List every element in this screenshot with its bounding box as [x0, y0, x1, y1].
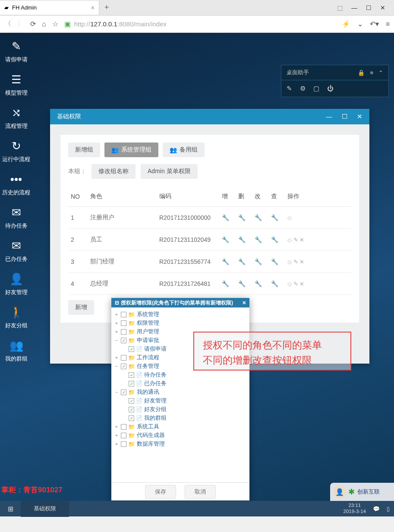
tree-checkbox[interactable] [121, 390, 126, 395]
home-icon[interactable]: ⌂ [42, 20, 46, 28]
wrench-icon[interactable]: 🔧 [238, 214, 246, 221]
new-tab-button[interactable]: + [99, 3, 114, 12]
wrench-icon[interactable]: 🔧 [238, 280, 246, 287]
taskbar-item[interactable]: 基础权限 [21, 500, 69, 517]
expand-icon[interactable]: + [114, 312, 119, 317]
row-ops[interactable]: ◇ ✎ ✕ [287, 281, 349, 287]
wrench-icon[interactable]: 🔧 [271, 214, 278, 221]
tree-checkbox[interactable] [121, 312, 126, 317]
pin-icon[interactable]: ⬚ [337, 4, 343, 11]
favorite-icon[interactable]: ☆ [52, 20, 58, 28]
tree-checkbox[interactable] [121, 441, 126, 447]
expand-icon[interactable]: − [114, 338, 119, 343]
tree-checkbox[interactable] [121, 320, 126, 326]
helper-power-icon[interactable]: ⏻ [327, 85, 334, 92]
undo-icon[interactable]: ↶▾ [370, 20, 379, 28]
show-desktop-icon[interactable]: ▯ [387, 506, 390, 512]
wrench-icon[interactable]: 🔧 [222, 258, 229, 265]
row-ops[interactable]: ◇ [287, 215, 349, 221]
browser-tab[interactable]: ▰ FH Admin × [0, 1, 99, 15]
expand-icon[interactable]: + [114, 433, 119, 438]
window-close-icon[interactable]: ✕ [357, 113, 362, 120]
tree-checkbox[interactable] [121, 364, 126, 369]
modal-close-icon[interactable]: × [243, 299, 246, 306]
chat-icon[interactable]: 💬 [373, 506, 380, 512]
tree-checkbox[interactable] [129, 346, 134, 352]
tree-checkbox[interactable] [129, 372, 134, 378]
minimize-icon[interactable]: — [351, 4, 357, 11]
tree-checkbox[interactable] [121, 424, 126, 430]
wrench-icon[interactable]: 🔧 [255, 214, 262, 221]
close-window-icon[interactable]: ✕ [380, 4, 385, 11]
expand-icon[interactable]: − [114, 364, 119, 369]
sidebar-item-history[interactable]: •••历史的流程 [0, 173, 32, 196]
tree-checkbox[interactable] [129, 398, 134, 404]
expand-icon[interactable]: + [114, 329, 119, 334]
tree-node[interactable]: − 📁 我的通讯 [114, 388, 247, 396]
backup-tab[interactable]: 👥备用组 [163, 142, 205, 157]
chevron-up-icon[interactable]: ⌃ [378, 70, 383, 76]
helper-square-icon[interactable]: ▢ [313, 85, 319, 92]
admin-menu-button[interactable]: Admin 菜单权限 [141, 164, 198, 179]
maximize-icon[interactable]: ☐ [366, 4, 372, 11]
expand-icon[interactable] [122, 407, 127, 412]
chevron-down-icon[interactable]: ⌄ [357, 20, 363, 28]
forward-icon[interactable]: 〉 [17, 19, 24, 28]
helper-edit-icon[interactable]: ✎ [287, 85, 292, 92]
speed-icon[interactable]: ⚡ [342, 20, 350, 28]
window-minimize-icon[interactable]: — [326, 113, 332, 120]
window-titlebar[interactable]: 基础权限 — ☐ ✕ [50, 109, 369, 124]
modal-titlebar[interactable]: ⊟ 授权新增权限(此角色下打勾的菜单拥有新增权限) × [111, 298, 249, 307]
tree-node[interactable]: 📄 好友管理 [114, 396, 247, 405]
expand-icon[interactable] [122, 381, 127, 386]
wrench-icon[interactable]: 🔧 [222, 214, 229, 221]
rename-group-button[interactable]: 修改组名称 [91, 164, 136, 179]
expand-icon[interactable]: + [114, 320, 119, 326]
wrench-icon[interactable]: 🔧 [255, 280, 262, 287]
expand-icon[interactable]: − [114, 390, 119, 395]
sidebar-item-todo[interactable]: ✉待办任务 [0, 206, 32, 230]
sidebar-item-friends[interactable]: 👤好友管理 [0, 272, 32, 296]
helper-gear-icon[interactable]: ⚙ [300, 85, 306, 92]
tree-checkbox[interactable] [129, 407, 134, 412]
sidebar-item-flow[interactable]: ⤭流程管理 [0, 106, 32, 130]
tree-node[interactable]: 📄 待办任务 [114, 370, 247, 379]
expand-icon[interactable]: + [114, 424, 119, 429]
wrench-icon[interactable]: 🔧 [271, 280, 278, 287]
wrench-icon[interactable]: 🔧 [271, 236, 278, 243]
tree-checkbox[interactable] [121, 355, 126, 361]
tab-close-icon[interactable]: × [91, 4, 95, 11]
start-button[interactable]: ⊞ [0, 505, 21, 513]
tree-checkbox[interactable] [129, 381, 134, 386]
expand-icon[interactable] [122, 372, 127, 377]
menu-icon[interactable]: ≡ [386, 20, 390, 28]
reload-icon[interactable]: ⟳ [30, 20, 36, 28]
row-ops[interactable]: ◇ ✎ ✕ [287, 259, 349, 265]
sidebar-item-done[interactable]: ✉已办任务 [0, 239, 32, 263]
back-icon[interactable]: 〈 [4, 19, 11, 28]
tree-checkbox[interactable] [121, 338, 126, 343]
expand-icon[interactable] [122, 398, 127, 403]
wrench-icon[interactable]: 🔧 [255, 236, 262, 243]
address-bar[interactable]: ▣ http://127.0.0.1:8080/main/index [64, 20, 336, 28]
tree-checkbox[interactable] [129, 415, 134, 421]
wrench-icon[interactable]: 🔧 [222, 280, 229, 287]
tree-node[interactable]: + 📁 权限管理 [114, 319, 247, 327]
tree-checkbox[interactable] [121, 329, 126, 335]
tree-checkbox[interactable] [121, 433, 126, 438]
tree-node[interactable]: 📄 已办任务 [114, 379, 247, 388]
wrench-icon[interactable]: 🔧 [238, 258, 246, 265]
tree-node[interactable]: 📄 好友分组 [114, 405, 247, 414]
add-role-button[interactable]: 新增 [68, 300, 94, 315]
wrench-icon[interactable]: 🔧 [238, 236, 246, 243]
modal-cancel-button[interactable]: 取消 [185, 485, 216, 499]
sidebar-item-model[interactable]: ☰模型管理 [0, 73, 32, 97]
wrench-icon[interactable]: 🔧 [255, 258, 262, 265]
expand-icon[interactable]: + [114, 355, 119, 360]
wrench-icon[interactable]: 🔧 [222, 236, 229, 243]
wrench-icon[interactable]: 🔧 [271, 258, 278, 265]
modal-save-button[interactable]: 保存 [145, 485, 176, 499]
corner-brand[interactable]: 👤 ✱ 创新互联 [330, 483, 394, 501]
tree-node[interactable]: + 📁 数据库管理 [114, 440, 247, 448]
new-group-button[interactable]: 新增组 [68, 142, 100, 157]
